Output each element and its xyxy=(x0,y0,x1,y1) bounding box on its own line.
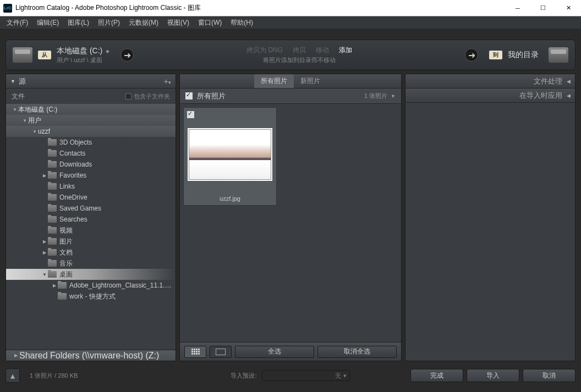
cancel-button[interactable]: 取消 xyxy=(523,369,575,382)
folder-label: OneDrive xyxy=(59,194,172,201)
menu-item[interactable]: 编辑(E) xyxy=(32,17,63,29)
import-preset-dropdown[interactable]: 无 ▾ xyxy=(262,370,350,381)
done-button[interactable]: 完成 xyxy=(410,369,463,382)
loupe-view-button[interactable] xyxy=(210,346,232,358)
folder-tree-item[interactable]: ▶文档 xyxy=(6,247,176,258)
folder-label: Adobe_Lightroom_Classic_11.1.0.202112022… xyxy=(69,281,172,289)
chevron-left-icon: ◀ xyxy=(567,79,571,84)
folder-tree-item[interactable]: ▶Favorites xyxy=(6,170,176,181)
close-button[interactable]: ✕ xyxy=(556,0,581,16)
menu-item[interactable]: 图库(L) xyxy=(63,17,94,29)
chevron-right-icon: ▶ xyxy=(41,250,48,255)
folder-label: 本地磁盘 (C:) xyxy=(18,105,172,114)
collapse-toggle[interactable]: ▴ xyxy=(6,368,20,383)
files-label: 文件 xyxy=(12,92,25,101)
import-button[interactable]: 导入 xyxy=(467,369,519,382)
thumbnail-filename: uzzf.jpg xyxy=(220,195,240,202)
chevron-right-icon: ▶ xyxy=(41,239,48,244)
folder-icon xyxy=(48,150,57,157)
thumbnail-image[interactable] xyxy=(189,129,271,180)
folder-tree-item[interactable]: Saved Games xyxy=(6,203,176,214)
arrow-right-icon[interactable]: ➜ xyxy=(465,48,478,62)
disk-icon xyxy=(13,47,32,63)
sort-dropdown[interactable]: ▼ xyxy=(391,93,396,99)
source-path: 用户 \ uzzf \ 桌面 xyxy=(57,56,109,64)
folder-label: Contacts xyxy=(59,150,172,157)
folder-tree-item[interactable]: OneDrive xyxy=(6,192,176,203)
menu-item[interactable]: 窗口(W) xyxy=(194,17,226,29)
import-toolbar: 从 本地磁盘 (C:)◆ 用户 \ uzzf \ 桌面 ➜ 拷贝为 DNG 拷贝… xyxy=(6,40,575,70)
folder-tree-item[interactable]: Links xyxy=(6,181,176,192)
folder-label: uzzf xyxy=(38,128,172,135)
file-handling-header[interactable]: 文件处理 ◀ xyxy=(405,74,575,89)
folder-tree-item[interactable]: 视频 xyxy=(6,225,176,236)
tab-all-photos[interactable]: 所有照片 xyxy=(254,74,294,88)
chevron-left-icon: ◀ xyxy=(567,93,571,98)
copy-option[interactable]: 拷贝 xyxy=(293,46,306,55)
folder-label: 图片 xyxy=(59,237,172,246)
folder-tree-item[interactable]: ▶Adobe_Lightroom_Classic_11.1.0.20211202… xyxy=(6,280,176,291)
menu-item[interactable]: 元数据(M) xyxy=(124,17,163,29)
menu-item[interactable]: 文件(F) xyxy=(2,17,32,29)
include-subfolders-checkbox[interactable]: 包含子文件夹 xyxy=(125,92,170,101)
folder-label: Searches xyxy=(59,216,172,223)
settings-panel: 文件处理 ◀ 在导入时应用 ◀ xyxy=(405,74,575,361)
deselect-all-button[interactable]: 取消全选 xyxy=(317,346,397,358)
folder-label: 3D Objects xyxy=(59,139,172,146)
maximize-button[interactable]: ☐ xyxy=(530,0,556,16)
grid-view-button[interactable] xyxy=(184,346,206,358)
window-title: Lightroom Catalog - Adobe Photoshop Ligh… xyxy=(15,3,505,13)
menubar: 文件(F)编辑(E)图库(L)照片(P)元数据(M)视图(V)窗口(W)帮助(H… xyxy=(0,16,581,29)
folder-icon xyxy=(48,194,57,201)
folder-label: Saved Games xyxy=(59,205,172,212)
folder-tree-item[interactable]: Contacts xyxy=(6,148,176,159)
folder-tree-item[interactable]: ▼uzzf xyxy=(6,126,176,137)
thumbnail-item[interactable]: uzzf.jpg xyxy=(183,107,277,206)
shared-folders-item[interactable]: ▶ Shared Folders (\\vmware-host) (Z:) xyxy=(6,350,176,361)
preview-panel: 所有照片 新照片 所有照片 1 张照片 ▼ uzzf.jpg xyxy=(179,74,402,361)
photo-count: 1 张照片 xyxy=(364,92,387,100)
thumbnail-checkbox[interactable] xyxy=(187,111,194,118)
chevron-down-icon: ▼ xyxy=(41,272,48,277)
folder-icon xyxy=(58,293,67,300)
chevron-down-icon: ▼ xyxy=(21,118,28,123)
folder-tree-item[interactable]: ▶图片 xyxy=(6,236,176,247)
folder-tree-item[interactable]: 音乐 xyxy=(6,258,176,269)
import-preset-label: 导入预设: xyxy=(231,372,256,380)
folder-tree-item[interactable]: work - 快捷方式 xyxy=(6,291,176,302)
folder-label: Downloads xyxy=(59,161,172,168)
chevron-down-icon: ▼ xyxy=(10,79,15,84)
source-selector[interactable]: 本地磁盘 (C:)◆ 用户 \ uzzf \ 桌面 xyxy=(57,46,109,64)
destination-badge: 到 xyxy=(489,51,502,59)
folder-tree-item[interactable]: 3D Objects xyxy=(6,137,176,148)
folder-label: 用户 xyxy=(28,116,172,125)
arrow-right-icon[interactable]: ➜ xyxy=(120,48,134,62)
menu-item[interactable]: 帮助(H) xyxy=(226,17,257,29)
menu-item[interactable]: 视图(V) xyxy=(163,17,194,29)
import-subtitle: 将照片添加到目录而不移动 xyxy=(263,56,336,64)
folder-tree-item[interactable]: Searches xyxy=(6,214,176,225)
destination-label[interactable]: 我的目录 xyxy=(508,50,539,60)
folder-tree-item[interactable]: ▼本地磁盘 (C:) xyxy=(6,104,176,115)
folder-tree-item[interactable]: ▼桌面 xyxy=(6,269,176,280)
app-icon: LrC xyxy=(3,4,12,13)
menu-item[interactable]: 照片(P) xyxy=(94,17,124,29)
source-panel-header[interactable]: ▼ 源 +▾ xyxy=(6,74,176,89)
folder-tree-item[interactable]: Downloads xyxy=(6,159,176,170)
chevron-right-icon: ▶ xyxy=(41,173,48,178)
copy-as-dng-option[interactable]: 拷贝为 DNG xyxy=(246,46,283,55)
chevron-right-icon: ▶ xyxy=(51,283,58,288)
select-all-button[interactable]: 全选 xyxy=(235,346,314,358)
tab-new-photos[interactable]: 新照片 xyxy=(294,74,327,88)
apply-during-import-header[interactable]: 在导入时应用 ◀ xyxy=(405,89,575,103)
minimize-button[interactable]: ─ xyxy=(505,0,530,16)
move-option[interactable]: 移动 xyxy=(316,46,329,55)
folder-icon xyxy=(48,139,57,146)
folder-label: 文档 xyxy=(59,248,172,257)
add-option[interactable]: 添加 xyxy=(339,46,352,55)
add-source-button[interactable]: +▾ xyxy=(164,77,171,86)
select-all-checkbox[interactable] xyxy=(185,92,193,100)
folder-label: work - 快捷方式 xyxy=(69,292,172,301)
folder-tree-item[interactable]: ▼用户 xyxy=(6,115,176,126)
titlebar: LrC Lightroom Catalog - Adobe Photoshop … xyxy=(0,0,581,16)
